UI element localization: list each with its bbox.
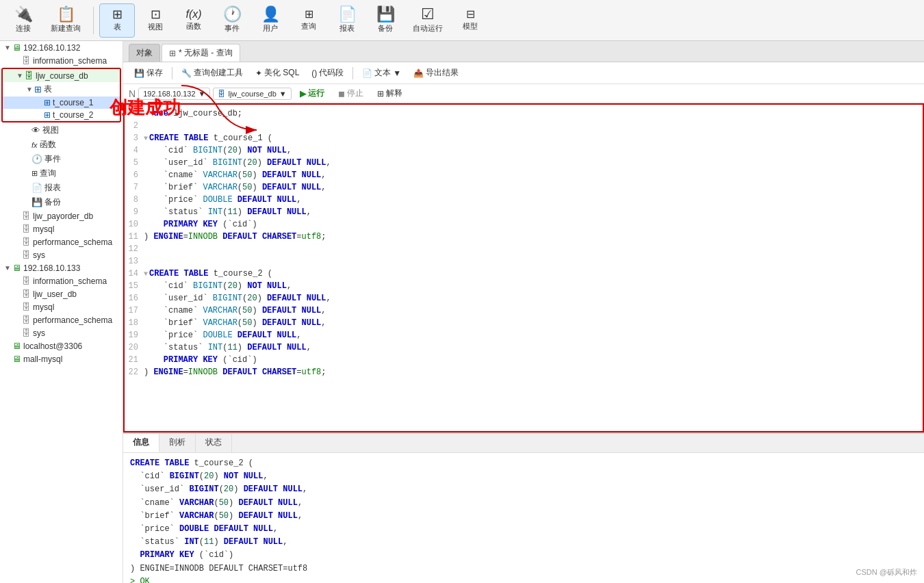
sidebar-item-reports1[interactable]: 📄 报表 xyxy=(0,181,123,195)
code-line: 14 ▼CREATE TABLE t_course_2 ( xyxy=(125,268,923,280)
view-btn[interactable]: ⊡ 视图 xyxy=(138,3,173,38)
export-icon: 📤 xyxy=(413,68,424,78)
toolbar-sep-1 xyxy=(93,7,94,34)
db-select-value: ljw_course_db xyxy=(228,90,276,98)
conn-select-arrow: ▼ xyxy=(198,90,206,98)
run-btn[interactable]: ▶ 运行 xyxy=(294,86,330,101)
export-result-btn[interactable]: 📤 导出结果 xyxy=(408,65,464,81)
bottom-tab-info[interactable]: 信息 xyxy=(123,434,159,452)
db-icon: 🗄 xyxy=(22,237,31,247)
info-schema1-label: information_schema xyxy=(33,56,120,66)
sidebar-item-ljw-payorder[interactable]: 🗄 ljw_payorder_db xyxy=(0,209,123,222)
sidebar-item-info-schema1[interactable]: 🗄 information_schema xyxy=(0,54,123,67)
event-btn[interactable]: 🕐 事件 xyxy=(214,3,250,38)
view-label: 视图 xyxy=(148,22,163,32)
sidebar-item-events1[interactable]: 🕐 事件 xyxy=(0,152,123,166)
new-query-icon: 📋 xyxy=(57,7,75,22)
conn2-label: 192.168.10.133 xyxy=(23,263,120,273)
tab-bar: 对象 ⊞ * 无标题 - 查询 xyxy=(123,41,924,62)
function-label: 函数 xyxy=(186,21,201,31)
autorun-btn[interactable]: ☑ 自动运行 xyxy=(406,3,450,38)
query-create-label: 查询创建工具 xyxy=(194,67,243,79)
code-line: 9 `status` INT(11) DEFAULT NULL, xyxy=(125,206,923,218)
model-btn[interactable]: ⊟ 模型 xyxy=(452,3,488,38)
ljw-payorder-label: ljw_payorder_db xyxy=(33,211,120,221)
sidebar-item-queries1[interactable]: ⊞ 查询 xyxy=(0,166,123,181)
run-label: 运行 xyxy=(308,88,324,99)
explain-btn[interactable]: ⊞ 解释 xyxy=(372,86,408,101)
toggle-conn1: ▼ xyxy=(3,44,12,51)
stop-btn[interactable]: ◼ 停止 xyxy=(333,86,369,101)
connect-btn[interactable]: 🔌 连接 xyxy=(5,3,41,38)
sidebar-item-info-schema2[interactable]: 🗄 information_schema xyxy=(0,274,123,287)
funcs1-label: 函数 xyxy=(40,139,120,151)
db-icon: 🗄 xyxy=(22,302,31,312)
query-icon: ⊞ xyxy=(305,9,313,20)
code-snippet-btn[interactable]: () 代码段 xyxy=(306,65,349,81)
db-icon: 🗄 xyxy=(22,250,31,260)
object-tab[interactable]: 对象 xyxy=(129,44,160,62)
database-select[interactable]: 🗄 ljw_course_db ▼ xyxy=(213,88,291,100)
db-icon: 🗄 xyxy=(22,55,31,66)
function-btn[interactable]: f(x) 函数 xyxy=(176,3,211,38)
sidebar-item-views1[interactable]: 👁 视图 xyxy=(0,123,123,138)
reports-icon: 📄 xyxy=(31,183,42,193)
t-course-1-label: t_course_1 xyxy=(53,98,117,107)
sidebar-item-tables[interactable]: ▼ ⊞ 表 xyxy=(3,82,120,96)
sidebar-item-localhost[interactable]: 🖥 localhost@3306 xyxy=(0,339,123,352)
code-line: 6 `cname` VARCHAR(50) DEFAULT NULL, xyxy=(125,169,923,181)
text-btn[interactable]: 📄 文本 ▼ xyxy=(357,65,407,81)
connection-select[interactable]: 192.168.10.132 ▼ xyxy=(138,88,210,100)
sidebar-item-mysql1[interactable]: 🗄 mysql xyxy=(0,222,123,235)
query-create-tool-btn[interactable]: 🔧 查询创建工具 xyxy=(176,65,248,81)
sidebar: ▼ 🖥 192.168.10.132 🗄 information_schema … xyxy=(0,41,123,583)
table-label: 表 xyxy=(114,22,121,32)
code-line: 18 `brief` VARCHAR(50) DEFAULT NULL, xyxy=(125,317,923,329)
table-btn[interactable]: ⊞ 表 xyxy=(99,3,135,38)
report-btn[interactable]: 📄 报表 xyxy=(329,3,365,38)
bottom-line: `cid` BIGINT(20) NOT NULL, xyxy=(130,470,917,483)
query-btn[interactable]: ⊞ 查询 xyxy=(291,3,326,38)
sidebar-item-sys1[interactable]: 🗄 sys xyxy=(0,248,123,261)
beautify-sql-btn[interactable]: ✦ 美化 SQL xyxy=(250,65,305,81)
table-icon-1: ⊞ xyxy=(44,98,51,107)
beautify-label: 美化 SQL xyxy=(264,67,299,79)
save-btn[interactable]: 💾 保存 xyxy=(129,65,168,81)
code-line: 17 `cname` VARCHAR(50) DEFAULT NULL, xyxy=(125,305,923,317)
sidebar-item-conn2[interactable]: ▼ 🖥 192.168.10.133 xyxy=(0,261,123,274)
sidebar-item-perf2[interactable]: 🗄 performance_schema xyxy=(0,313,123,326)
sql-editor[interactable]: 1 use ljw_course_db; 2 3 ▼CREATE TABLE t… xyxy=(123,103,924,432)
model-icon: ⊟ xyxy=(466,9,475,20)
new-query-label: 新建查询 xyxy=(51,23,81,34)
sidebar-item-sys2[interactable]: 🗄 sys xyxy=(0,326,123,339)
sidebar-item-conn1[interactable]: ▼ 🖥 192.168.10.132 xyxy=(0,41,123,54)
bottom-line: `user_id` BIGINT(20) DEFAULT NULL, xyxy=(130,483,917,496)
sidebar-item-backups1[interactable]: 💾 备份 xyxy=(0,195,123,209)
perf2-label: performance_schema xyxy=(33,315,120,325)
query-tab-label: * 无标题 - 查询 xyxy=(179,47,233,59)
sidebar-item-t-course-1[interactable]: ⊞ t_course_1 xyxy=(3,96,120,109)
new-query-btn[interactable]: 📋 新建查询 xyxy=(44,3,88,38)
sidebar-item-funcs1[interactable]: fx 函数 xyxy=(0,138,123,152)
sidebar-item-mall[interactable]: 🖥 mall-mysql xyxy=(0,352,123,365)
sys2-label: sys xyxy=(33,328,120,338)
db-icon: 🗄 xyxy=(22,211,31,221)
event-icon: 🕐 xyxy=(223,7,242,22)
db-icon: 🗄 xyxy=(22,328,31,338)
bottom-tab-status[interactable]: 状态 xyxy=(196,434,232,452)
ljw-course-db-label: ljw_course_db xyxy=(36,71,117,81)
sidebar-item-t-course-2[interactable]: ⊞ t_course_2 xyxy=(3,109,120,121)
query-tab[interactable]: ⊞ * 无标题 - 查询 xyxy=(162,44,240,62)
sidebar-item-mysql2[interactable]: 🗄 mysql xyxy=(0,300,123,313)
bottom-tab-profile[interactable]: 剖析 xyxy=(159,434,196,452)
user-btn[interactable]: 👤 用户 xyxy=(253,3,288,38)
sidebar-item-ljw-user-db[interactable]: 🗄 ljw_user_db xyxy=(0,287,123,300)
mysql2-label: mysql xyxy=(33,302,120,312)
sidebar-item-perf1[interactable]: 🗄 performance_schema xyxy=(0,235,123,248)
query-create-icon: 🔧 xyxy=(181,68,192,78)
views1-label: 视图 xyxy=(42,125,120,136)
backup-btn[interactable]: 💾 备份 xyxy=(368,3,403,38)
code-line: 16 `user_id` BIGINT(20) DEFAULT NULL, xyxy=(125,292,923,305)
sidebar-item-ljw-course-db[interactable]: ▼ 🗄 ljw_course_db xyxy=(3,69,120,82)
query-label: 查询 xyxy=(301,21,316,31)
